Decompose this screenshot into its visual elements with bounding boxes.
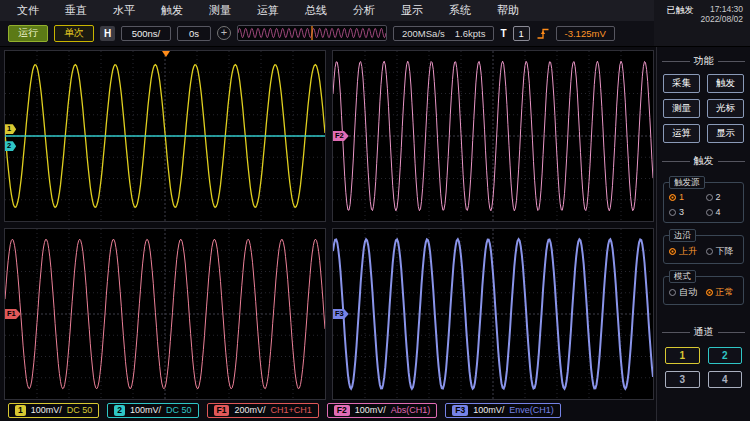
function-button-3[interactable]: 测量 xyxy=(663,99,700,118)
trigger-edge-label: 边沿 xyxy=(669,229,696,242)
scope-window-1[interactable]: 12 xyxy=(4,50,326,222)
channel-status-F3[interactable]: F3100mV/Enve(CH1) xyxy=(445,403,560,418)
edge-option-1[interactable]: 上升 xyxy=(669,245,702,258)
source-option-3[interactable]: 3 xyxy=(669,207,702,217)
function-button-2[interactable]: 触发 xyxy=(707,74,744,93)
scope-grid: 12 F2 F1 F3 xyxy=(4,50,654,400)
channel-button-3[interactable]: 3 xyxy=(665,371,700,388)
channel-info: DC 50 xyxy=(166,405,192,415)
menu-item-2[interactable]: 垂直 xyxy=(52,3,100,18)
channel-id-chip: 2 xyxy=(114,405,125,416)
channel-id-chip: F3 xyxy=(452,405,468,416)
function-button-4[interactable]: 光标 xyxy=(707,99,744,118)
zoom-icon[interactable]: + xyxy=(217,26,231,40)
radio-dot xyxy=(669,248,676,255)
clock: 17:14:30 2022/08/02 xyxy=(700,4,743,46)
menu-item-7[interactable]: 总线 xyxy=(292,3,340,18)
menu-item-1[interactable]: 文件 xyxy=(4,3,52,18)
waveform-display-area: 12 F2 F1 F3 1100mV/DC 502100mV/DC 50F120… xyxy=(0,47,656,421)
channel-button-4[interactable]: 4 xyxy=(708,371,743,388)
source-option-4[interactable]: 4 xyxy=(706,207,739,217)
radio-dot xyxy=(669,209,676,216)
channel-buttons: 1234 xyxy=(665,347,742,388)
radio-text: 正常 xyxy=(716,286,734,299)
menu-item-9[interactable]: 显示 xyxy=(388,3,436,18)
channel-button-1[interactable]: 1 xyxy=(665,347,700,364)
radio-text: 下降 xyxy=(716,245,734,258)
single-button[interactable]: 单次 xyxy=(54,25,94,42)
trigger-source-indicator[interactable]: 1 xyxy=(513,26,530,41)
status-block: 已触发 17:14:30 2022/08/02 xyxy=(654,0,750,46)
sidebar: 功能 采集触发测量光标运算显示 触发 触发源 1234 边沿 上升下降 模式 自… xyxy=(656,47,750,421)
trigger-position-marker[interactable] xyxy=(162,51,170,57)
toolbar: 运行 单次 H 500ns/ 0s + 200MSa/s 1.6kpts T 1… xyxy=(0,21,654,46)
clock-date: 2022/08/02 xyxy=(700,14,743,24)
trigger-source-label: 触发源 xyxy=(669,176,705,189)
scope-window-2[interactable]: F2 xyxy=(332,50,654,222)
trigger-mode-group: 模式 自动正常 xyxy=(663,276,744,305)
menu-item-8[interactable]: 分析 xyxy=(340,3,388,18)
channel-scale: 200mV/ xyxy=(234,405,265,415)
edge-option-2[interactable]: 下降 xyxy=(706,245,739,258)
menu-bar: 文件垂直水平触发测量运算总线分析显示系统帮助 xyxy=(0,0,654,21)
source-option-1[interactable]: 1 xyxy=(669,192,702,202)
channel-info: CH1+CH1 xyxy=(271,405,312,415)
scope-window-4[interactable]: F3 xyxy=(332,228,654,400)
menu-item-6[interactable]: 运算 xyxy=(244,3,292,18)
trigger-source-group: 触发源 1234 xyxy=(663,182,744,223)
timebase-value[interactable]: 500ns/ xyxy=(121,26,171,41)
preview-waveform xyxy=(238,26,386,40)
radio-text: 自动 xyxy=(679,286,697,299)
clock-time: 17:14:30 xyxy=(700,4,743,14)
radio-text: 2 xyxy=(716,192,721,202)
function-button-5[interactable]: 运算 xyxy=(663,124,700,143)
radio-dot xyxy=(706,209,713,216)
channel-id-chip: 1 xyxy=(15,405,26,416)
radio-dot xyxy=(706,248,713,255)
channel-scale: 100mV/ xyxy=(355,405,386,415)
channel-status-F2[interactable]: F2100mV/Abs(CH1) xyxy=(327,403,437,418)
mode-option-2[interactable]: 正常 xyxy=(706,286,739,299)
horizontal-icon: H xyxy=(100,26,115,41)
menu-item-10[interactable]: 系统 xyxy=(436,3,484,18)
function-buttons: 采集触发测量光标运算显示 xyxy=(663,74,744,143)
horizontal-offset-value[interactable]: 0s xyxy=(177,26,211,41)
channel-scale: 100mV/ xyxy=(31,405,62,415)
menu-item-3[interactable]: 水平 xyxy=(100,3,148,18)
acquisition-info: 200MSa/s 1.6kpts xyxy=(393,26,494,41)
channel-info: DC 50 xyxy=(67,405,93,415)
function-section-title: 功能 xyxy=(662,54,745,68)
header: 文件垂直水平触发测量运算总线分析显示系统帮助 运行 单次 H 500ns/ 0s… xyxy=(0,0,750,47)
function-button-6[interactable]: 显示 xyxy=(707,124,744,143)
channel-scale: 100mV/ xyxy=(130,405,161,415)
scope-graticule xyxy=(5,51,325,221)
radio-text: 3 xyxy=(679,207,684,217)
channel-status-1[interactable]: 1100mV/DC 50 xyxy=(8,403,99,418)
trigger-slope-icon[interactable] xyxy=(536,27,550,40)
menu-item-5[interactable]: 测量 xyxy=(196,3,244,18)
scope-window-3[interactable]: F1 xyxy=(4,228,326,400)
channel-button-2[interactable]: 2 xyxy=(708,347,743,364)
channel-id-chip: F2 xyxy=(334,405,350,416)
trigger-level-value[interactable]: -3.125mV xyxy=(556,26,615,41)
scope-graticule xyxy=(5,229,325,399)
channel-status-bar: 1100mV/DC 502100mV/DC 50F1200mV/CH1+CH1F… xyxy=(4,400,654,420)
trigger-section-title: 触发 xyxy=(662,154,745,168)
channel-info: Abs(CH1) xyxy=(391,405,431,415)
trigger-status-text: 已触发 xyxy=(666,4,693,46)
menu-item-11[interactable]: 帮助 xyxy=(484,3,532,18)
scope-graticule xyxy=(333,229,653,399)
channel-status-F1[interactable]: F1200mV/CH1+CH1 xyxy=(207,403,319,418)
trigger-mode-options: 自动正常 xyxy=(669,286,738,299)
channel-info: Enve(CH1) xyxy=(509,405,554,415)
run-button[interactable]: 运行 xyxy=(8,25,48,42)
waveform-preview-strip[interactable] xyxy=(237,25,387,41)
radio-dot xyxy=(669,194,676,201)
radio-dot xyxy=(706,194,713,201)
channel-section-title: 通道 xyxy=(662,325,745,339)
menu-item-4[interactable]: 触发 xyxy=(148,3,196,18)
channel-status-2[interactable]: 2100mV/DC 50 xyxy=(107,403,198,418)
mode-option-1[interactable]: 自动 xyxy=(669,286,702,299)
source-option-2[interactable]: 2 xyxy=(706,192,739,202)
function-button-1[interactable]: 采集 xyxy=(663,74,700,93)
